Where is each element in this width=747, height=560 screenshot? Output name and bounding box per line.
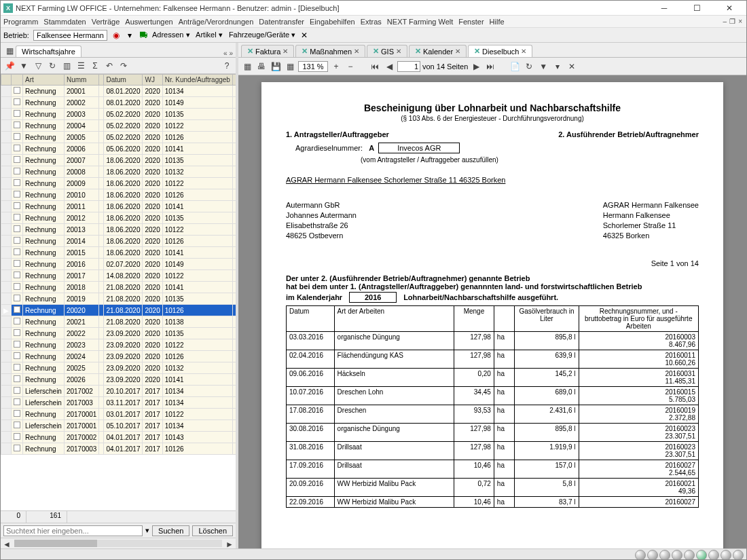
menu-datentransfer[interactable]: Datentransfer [259, 18, 304, 26]
table-row[interactable]: Rechnung2017000304.01.2017201710126Ritte… [1, 443, 236, 455]
zoom-input[interactable] [298, 61, 328, 72]
undo-icon[interactable]: ↶ [103, 60, 115, 72]
close-toolbar-icon[interactable]: ✕ [299, 31, 309, 40]
toolbar-fahrzeuge/geräte[interactable]: Fahrzeuge/Geräte ▾ [229, 31, 295, 39]
row-checkbox[interactable] [14, 306, 20, 313]
menu-next farming welt[interactable]: NEXT Farming Welt [387, 18, 453, 26]
table-row[interactable]: Rechnung2001118.06.2020202010141Richter,… [1, 201, 236, 212]
scroll-right-icon[interactable]: ► [223, 538, 236, 550]
document-viewport[interactable]: Bescheinigung über Lohnarbeit und Nachba… [238, 75, 746, 548]
table-row[interactable]: Rechnung2000718.06.2020202010135Schlüter… [1, 155, 236, 166]
table-row[interactable]: Rechnung2017000103.01.2017201710122Auter… [1, 409, 236, 420]
mdi-minimize-icon[interactable]: – [723, 18, 727, 25]
row-checkbox[interactable] [14, 214, 20, 221]
tab-maßnahmen[interactable]: ✕Maßnahmen✕ [295, 45, 365, 57]
next-page-icon[interactable]: ▶ [470, 60, 482, 73]
toolbar-adressen[interactable]: Adressen ▾ [152, 31, 190, 39]
row-checkbox[interactable] [14, 422, 20, 428]
row-checkbox[interactable] [14, 248, 20, 255]
grid-header[interactable]: WJ [143, 75, 162, 86]
page-input[interactable] [397, 61, 420, 72]
row-checkbox[interactable] [14, 237, 20, 244]
mdi-restore-icon[interactable]: ❐ [729, 18, 735, 25]
sum-icon[interactable]: Σ [89, 60, 101, 72]
help-icon[interactable]: ? [221, 60, 233, 72]
row-checkbox[interactable] [14, 364, 20, 371]
row-checkbox[interactable] [14, 341, 20, 348]
status-orb-1[interactable] [635, 550, 646, 561]
grid-view-icon[interactable]: ▦ [241, 60, 253, 73]
row-checkbox[interactable] [14, 156, 20, 163]
table-row[interactable]: Lieferschein201700220.10.2017201710134Na… [1, 386, 236, 397]
filter-doc-icon[interactable]: ▼ [537, 60, 549, 73]
prev-page-icon[interactable]: ◀ [383, 60, 395, 73]
table-row[interactable]: Rechnung2001602.07.2020202010149Gause, G… [1, 259, 236, 270]
mdi-close-icon[interactable]: × [738, 18, 742, 25]
row-checkbox[interactable] [14, 179, 20, 186]
row-checkbox[interactable] [14, 352, 20, 359]
row-checkbox[interactable] [14, 445, 20, 451]
row-checkbox[interactable] [14, 225, 20, 232]
grid-header[interactable] [232, 75, 236, 86]
company-field[interactable]: Falkensee Hermann [33, 30, 107, 41]
menu-programm[interactable]: Programm [3, 18, 38, 26]
print-icon[interactable]: 🖶 [255, 60, 268, 73]
table-row[interactable]: Rechnung2000305.02.2020202010135Schlüter… [1, 109, 236, 120]
maximize-button[interactable]: ☐ [685, 1, 708, 15]
table-row[interactable]: Rechnung2002623.09.2020202010141Richter,… [1, 374, 236, 386]
row-checkbox[interactable] [14, 387, 20, 394]
table-row[interactable]: Rechnung2000918.06.2020202010122Auterman… [1, 178, 236, 189]
grid-header[interactable]: Nr. Kunde/Auftraggeb [162, 75, 232, 86]
group-icon[interactable]: ☰ [75, 60, 87, 72]
grid-header[interactable]: Numm [64, 75, 99, 86]
menu-stammdaten[interactable]: Stammdaten [43, 18, 86, 26]
table-row[interactable]: Rechnung2002523.09.2020202010132Müller, … [1, 362, 236, 374]
tab-dieselbuch[interactable]: ✕Dieselbuch✕ [468, 45, 532, 57]
close-doc-icon[interactable]: ✕ [566, 60, 578, 73]
grid-header[interactable]: Art [23, 75, 65, 86]
tab-scroll-icon[interactable]: « » [223, 50, 233, 57]
row-checkbox[interactable] [14, 295, 20, 301]
tab-close-icon[interactable]: ✕ [521, 48, 526, 55]
tab-kalender[interactable]: ✕Kalender✕ [409, 45, 467, 57]
options-icon[interactable]: ▾ [551, 60, 564, 73]
toolbar-artikel[interactable]: Artikel ▾ [196, 31, 223, 39]
status-orb-6[interactable] [696, 550, 707, 561]
table-row[interactable]: Rechnung2001921.08.2020202010135Schlüter… [1, 293, 236, 305]
tab-close-icon[interactable]: ✕ [455, 48, 460, 55]
table-row[interactable]: Rechnung2001318.06.2020202010122Auterman… [1, 224, 236, 236]
table-row[interactable]: Rechnung2002423.09.2020202010126Rittergu… [1, 351, 236, 362]
status-orb-4[interactable] [672, 550, 682, 561]
tab-faktura[interactable]: ✕Faktura✕ [241, 45, 294, 57]
row-checkbox[interactable] [14, 329, 20, 336]
row-checkbox[interactable] [14, 133, 20, 140]
search-button[interactable]: Suchen [152, 525, 189, 536]
truck-icon[interactable]: ⛟ [139, 31, 148, 40]
tab-close-icon[interactable]: ✕ [283, 48, 288, 55]
tab-gis[interactable]: ✕GIS✕ [367, 45, 407, 57]
filter-icon[interactable]: ▼ [18, 60, 30, 72]
h-scrollbar[interactable]: ◄ ► [1, 538, 236, 548]
table-row[interactable]: Rechnung2000208.01.2020202010149Gause, G… [1, 97, 236, 109]
table-row[interactable]: Rechnung2000505.02.2020202010126Rittergu… [1, 132, 236, 143]
table-row[interactable]: Lieferschein2017000105.10.2017201710134N… [1, 420, 236, 432]
table-row[interactable]: Rechnung2002121.08.2020202010138Slomka, … [1, 316, 236, 328]
table-row[interactable]: Rechnung2001714.08.2020202010122Auterman… [1, 270, 236, 282]
search-dropdown-icon[interactable]: ▾ [145, 526, 149, 535]
row-checkbox[interactable] [14, 375, 20, 382]
redo-icon[interactable]: ↷ [117, 60, 130, 72]
row-checkbox[interactable] [14, 110, 20, 117]
menu-extras[interactable]: Extras [361, 18, 382, 26]
record-icon[interactable]: ◉ [111, 31, 121, 40]
export-icon[interactable]: 📄 [509, 60, 521, 73]
refresh-icon[interactable]: ↻ [46, 60, 58, 72]
grid-icon[interactable]: ▦ [3, 45, 16, 57]
tab-wirtschaftsjahre[interactable]: Wirtschaftsjahre [16, 45, 81, 57]
status-orb-5[interactable] [684, 550, 695, 561]
clear-button[interactable]: Löschen [192, 525, 233, 536]
grid-header[interactable] [99, 75, 104, 86]
row-checkbox[interactable] [14, 398, 20, 405]
table-row[interactable]: Rechnung2000405.02.2020202010122Auterman… [1, 120, 236, 132]
row-checkbox[interactable] [14, 168, 20, 174]
row-checkbox[interactable] [14, 122, 20, 128]
